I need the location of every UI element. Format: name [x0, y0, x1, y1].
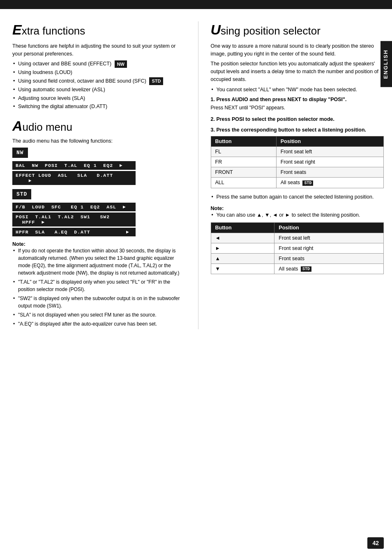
note-list: If you do not operate the function withi… — [12, 247, 186, 328]
table-row: FR Front seat right — [211, 157, 384, 167]
std-badge: STD — [149, 77, 163, 85]
table-cell-button: FRONT — [211, 167, 276, 178]
extra-functions-intro: These functions are helpful in adjusting… — [12, 42, 186, 58]
table-cell-position: All seats STD — [274, 264, 384, 274]
cancel-note-list: Press the same button again to cancel th… — [211, 193, 384, 201]
menu-bar-row-5: HPFR SLA A.EQ D.ATT ► — [12, 228, 186, 236]
table-cell-position: Front seats — [274, 254, 384, 264]
table-cell-position: All seats STD — [276, 178, 383, 188]
table-cell-button: ▲ — [211, 254, 274, 264]
note-item: "T.AL" or "T.AL2" is displayed only when… — [12, 278, 186, 293]
step-2-label: 2. Press POSI to select the position sel… — [211, 116, 384, 122]
table-row: FRONT Front seats — [211, 167, 384, 178]
list-item: Switching the digital attenuator (D.ATT) — [12, 103, 186, 111]
left-note-section: Note: If you do not operate the function… — [12, 241, 186, 328]
using-intro-p2: The position selector function lets you … — [211, 60, 384, 83]
table-cell-position: Front seat right — [274, 243, 384, 254]
nw-badge: NW — [115, 60, 127, 68]
top-bar — [0, 0, 392, 9]
std-display-group: STD F/B LOUD SFC EQ 1 EQ2 ASL ► POSI T.A… — [12, 189, 186, 236]
position-table-2: Button Position ◄ Front seat left ► Fron… — [211, 222, 384, 274]
table-row: ▲ Front seats — [211, 254, 384, 264]
table-row: ALL All seats STD — [211, 178, 384, 188]
std-badge-inline-2: STD — [301, 266, 311, 272]
table-cell-position: Front seat left — [274, 233, 384, 243]
table-cell-button: FL — [211, 147, 276, 157]
page-number: 42 — [367, 537, 384, 549]
audio-menu-title: Audio menu — [12, 118, 186, 134]
cancel-note: Press the same button again to cancel th… — [211, 193, 384, 201]
table-row: FL Front seat left — [211, 147, 384, 157]
table-header-button: Button — [211, 223, 274, 233]
nw-display-group: NW BAL NW POSI T.AL EQ 1 EQ2 ► EFFECT LO… — [12, 148, 186, 185]
nw-badge-display: NW — [12, 148, 28, 158]
audio-menu-intro: The audio menu has the following functio… — [12, 137, 186, 145]
menu-bar-5: HPFR SLA A.EQ D.ATT ► — [12, 228, 136, 236]
using-intro-p1: One way to assure a more natural sound i… — [211, 42, 384, 58]
left-column: Extra functions These functions are help… — [12, 21, 198, 329]
right-note-list: You can also use ▲, ▼, ◄ or ► to select … — [211, 211, 384, 219]
menu-bar-row-4: POSI T.AL1 T.AL2 SW1 SW2 HPFF ► — [12, 213, 186, 226]
menu-bar-3: F/B LOUD SFC EQ 1 EQ2 ASL ► — [12, 203, 136, 211]
table-cell-button: ◄ — [211, 233, 274, 243]
extra-functions-list: Using octaver and BBE sound (EFFECT) NW … — [12, 60, 186, 111]
right-note-label: Note: — [211, 206, 384, 211]
table-header-position: Position — [276, 136, 383, 147]
menu-bar-2: EFFECT LOUD ASL SLA D.ATT ► — [12, 171, 136, 185]
table-cell-button: ► — [211, 243, 274, 254]
extra-functions-title: Extra functions — [12, 21, 186, 38]
table-header-button: Button — [211, 136, 276, 147]
list-item: Adjusting source levels (SLA) — [12, 95, 186, 102]
list-item: Using automatic sound levelizer (ASL) — [12, 86, 186, 94]
table-cell-button: FR — [211, 157, 276, 167]
menu-bar-row-3: F/B LOUD SFC EQ 1 EQ2 ASL ► — [12, 203, 186, 211]
table-cell-position: Front seats — [276, 167, 383, 178]
table-cell-button: ALL — [211, 178, 276, 188]
note-item: "SLA" is not displayed when you select F… — [12, 311, 186, 319]
step-1: 1. Press AUDIO and then press NEXT to di… — [211, 97, 384, 111]
sidebar-english-label: ENGLISH — [380, 41, 392, 87]
step-1-label: 1. Press AUDIO and then press NEXT to di… — [211, 97, 384, 102]
list-item: Using sound field control, octaver and B… — [12, 77, 186, 85]
right-column: Using position selector One way to assur… — [198, 21, 384, 329]
list-item: Using loudness (LOUD) — [12, 69, 186, 76]
step-1-body: Press NEXT until "POSI" appears. — [211, 104, 384, 111]
using-position-title: Using position selector — [211, 21, 384, 38]
using-bullets: You cannot select "ALL" when "NW" mode h… — [211, 86, 384, 94]
note-item: "A.EQ" is displayed after the auto-equal… — [12, 320, 186, 328]
menu-bar-row-2: EFFECT LOUD ASL SLA D.ATT ► — [12, 171, 186, 185]
menu-bar-4: POSI T.AL1 T.AL2 SW1 SW2 HPFF ► — [12, 213, 136, 226]
table-cell-position: Front seat left — [276, 147, 383, 157]
table-cell-button: ▼ — [211, 264, 274, 274]
right-note-section: Note: You can also use ▲, ▼, ◄ or ► to s… — [211, 206, 384, 274]
std-badge-inline: STD — [302, 180, 313, 186]
table-row: ◄ Front seat left — [211, 233, 384, 243]
list-item: You cannot select "ALL" when "NW" mode h… — [211, 86, 384, 94]
step-3: 3. Press the corresponding button to sel… — [211, 127, 384, 201]
position-table-1: Button Position FL Front seat left FR Fr… — [211, 136, 384, 188]
table-cell-position: Front seat right — [276, 157, 383, 167]
note-item: "SW2" is displayed only when the subwoof… — [12, 295, 186, 310]
menu-bar-row-1: BAL NW POSI T.AL EQ 1 EQ2 ► — [12, 161, 186, 170]
note-label: Note: — [12, 241, 186, 247]
step-2: 2. Press POSI to select the position sel… — [211, 116, 384, 122]
table-header-position: Position — [274, 223, 384, 233]
note-item: If you do not operate the function withi… — [12, 247, 186, 277]
std-badge-display: STD — [12, 189, 31, 199]
note-item: You can also use ▲, ▼, ◄ or ► to select … — [211, 211, 384, 219]
step-3-label: 3. Press the corresponding button to sel… — [211, 127, 384, 133]
table-row: ▼ All seats STD — [211, 264, 384, 274]
list-item: Using octaver and BBE sound (EFFECT) NW — [12, 60, 186, 68]
table-row: ► Front seat right — [211, 243, 384, 254]
menu-bar-1: BAL NW POSI T.AL EQ 1 EQ2 ► — [12, 161, 136, 170]
